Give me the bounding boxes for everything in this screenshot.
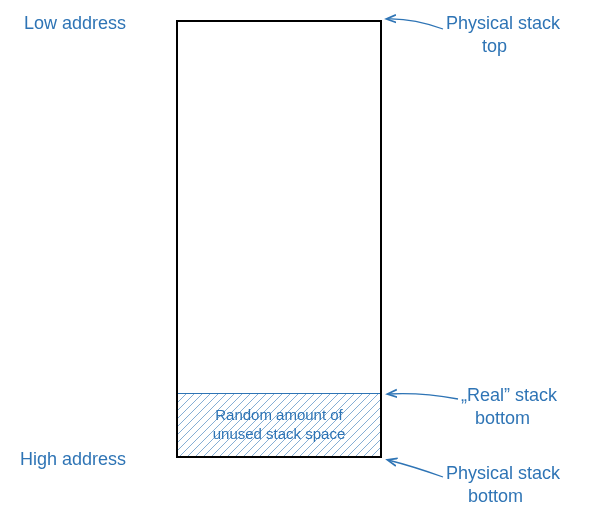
arrow-real-bottom (388, 394, 458, 399)
arrow-physical-bottom (388, 460, 443, 477)
arrows-layer (0, 0, 589, 524)
arrow-physical-top (387, 19, 443, 29)
